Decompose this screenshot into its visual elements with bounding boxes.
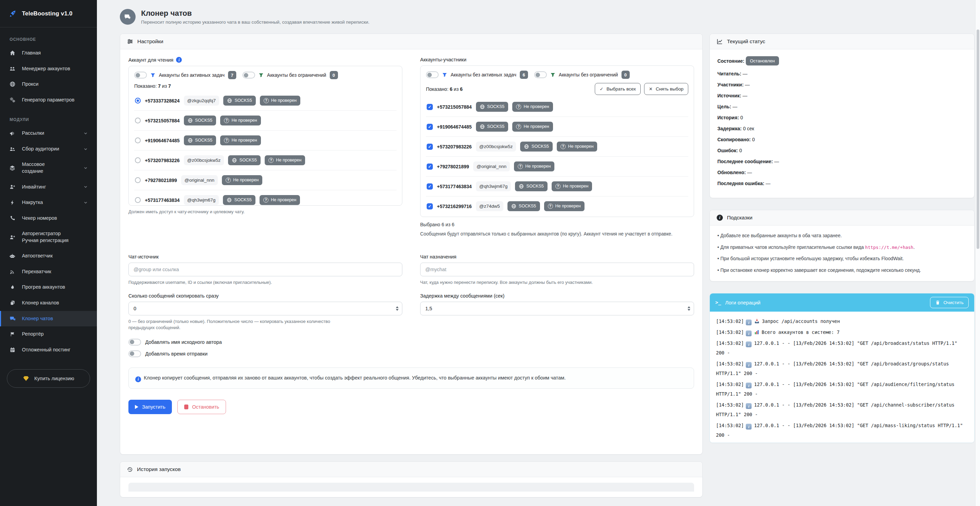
sidebar-item-home[interactable]: Главная bbox=[0, 45, 97, 61]
state-label: Состояние: bbox=[718, 58, 745, 64]
account-row[interactable]: +573207983226 @z00bcsjokw5z SOCKS5 ? bbox=[134, 150, 396, 170]
sidebar-item-account-warming[interactable]: Прогрев аккаунтов bbox=[0, 279, 97, 295]
radio-button[interactable] bbox=[135, 98, 141, 104]
unverified-badge: ? Не проверен bbox=[557, 142, 597, 152]
account-row[interactable]: +919064674485 SOCKS5 ? bbox=[134, 130, 396, 150]
add-time-toggle[interactable] bbox=[129, 350, 141, 357]
filter-no-limits-toggle[interactable] bbox=[534, 71, 547, 78]
account-row[interactable]: +79278021899 @original_nnn SOCKS5 ? bbox=[426, 156, 688, 176]
filter-funnel-green-icon bbox=[259, 73, 264, 78]
chevron-down-icon bbox=[83, 147, 88, 152]
status-rows: Читатель: —Участники: —Источник: —Цель: … bbox=[718, 70, 967, 187]
checkbox-checked[interactable] bbox=[426, 124, 433, 130]
sidebar-item-param-generator[interactable]: Генератор параметров bbox=[0, 92, 97, 108]
unverified-badge: ? Не проверен bbox=[512, 102, 553, 112]
sidebar-item-mass-creation[interactable]: Массовое создание bbox=[0, 156, 97, 179]
delay-input[interactable] bbox=[420, 302, 694, 315]
number-stepper[interactable] bbox=[396, 306, 399, 311]
x-icon: ✕ bbox=[649, 86, 653, 91]
clear-logs-button[interactable]: Очистить bbox=[930, 297, 969, 308]
sidebar-item-autoregistrator[interactable]: АвторегистраторРучная регистрация bbox=[0, 226, 97, 248]
account-row[interactable]: +573207983226 @z00bcsjokw5z SOCKS5 ? bbox=[426, 136, 688, 156]
sidebar-item-channel-cloner[interactable]: Клонер каналов bbox=[0, 295, 97, 311]
history-card: История запусков bbox=[120, 461, 703, 497]
account-row[interactable]: +573337328624 @zkgu2qqfq7 SOCKS5 ? bbox=[134, 91, 396, 110]
socks5-badge: SOCKS5 bbox=[476, 122, 509, 132]
deselect-all-button[interactable]: ✕Снять выбор bbox=[644, 83, 688, 95]
radio-button[interactable] bbox=[135, 118, 141, 123]
start-button[interactable]: Запустить bbox=[129, 400, 172, 414]
sidebar-item-proxy[interactable]: Прокси bbox=[0, 77, 97, 92]
account-row[interactable]: +573177463834 @qh3wjm67g SOCKS5 ? bbox=[426, 176, 688, 196]
filter-no-limits-toggle[interactable] bbox=[242, 72, 255, 78]
sidebar-item-autoresponder[interactable]: Автоответчик bbox=[0, 248, 97, 264]
account-username: @original_nnn bbox=[181, 175, 218, 185]
unverified-badge: ? Не проверен bbox=[514, 161, 554, 171]
radio-button[interactable] bbox=[135, 137, 141, 143]
socks5-badge: SOCKS5 bbox=[515, 181, 547, 191]
participant-rows: +573215057884 SOCKS5 ? bbox=[426, 97, 688, 216]
account-row[interactable]: +573215057884 SOCKS5 ? bbox=[426, 97, 688, 117]
question-icon: ? bbox=[269, 158, 274, 163]
checkbox-checked[interactable] bbox=[426, 144, 433, 150]
sidebar-item-scheduled-posting[interactable]: Отложенный постинг bbox=[0, 342, 97, 358]
rocket-icon bbox=[9, 10, 17, 18]
buy-license-button[interactable]: Купить лицензию bbox=[7, 369, 90, 388]
question-icon: ? bbox=[263, 198, 269, 203]
scrollbar-thumb[interactable] bbox=[977, 29, 979, 249]
sidebar-item-inviting[interactable]: Инвайтинг bbox=[0, 179, 97, 195]
account-row[interactable]: +573215057884 SOCKS5 ? bbox=[134, 110, 396, 130]
flag-icon bbox=[9, 332, 16, 337]
filter-no-tasks-toggle[interactable] bbox=[134, 72, 147, 78]
status-row: Участники: — bbox=[718, 81, 967, 88]
checkbox-checked[interactable] bbox=[426, 184, 433, 190]
radio-button[interactable] bbox=[135, 157, 141, 163]
sidebar-item-account-manager[interactable]: Менеджер аккаунтов bbox=[0, 61, 97, 77]
radio-button[interactable] bbox=[135, 197, 141, 203]
account-row[interactable]: +79278021899 @original_nnn SOCKS5 ? bbox=[134, 170, 396, 190]
status-row: Последнее сообщение: — bbox=[718, 158, 967, 165]
no-tasks-count-badge: 6 bbox=[520, 70, 528, 79]
checkbox-checked[interactable] bbox=[426, 163, 433, 170]
account-phone: +573337328624 bbox=[145, 98, 180, 104]
sidebar-item-interceptor[interactable]: Перехватчик bbox=[0, 264, 97, 280]
checkbox-checked[interactable] bbox=[426, 203, 433, 209]
radio-button[interactable] bbox=[135, 177, 141, 183]
settings-card-header: Настройки bbox=[120, 34, 702, 49]
no-tasks-count-badge: 7 bbox=[228, 71, 236, 79]
stop-button[interactable]: Остановить bbox=[177, 400, 226, 414]
sidebar-item-audience-collection[interactable]: Сбор аудитории bbox=[0, 141, 97, 157]
no-limits-count-badge: 0 bbox=[330, 71, 338, 79]
sidebar-item-broadcasts[interactable]: Рассылки bbox=[0, 126, 97, 141]
number-stepper[interactable] bbox=[687, 306, 690, 311]
phone-icon bbox=[9, 215, 16, 221]
add-author-toggle[interactable] bbox=[129, 339, 141, 346]
log-entry: [14:53:02]i127.0.0.1 - - [13/Feb/2026 14… bbox=[716, 421, 968, 440]
sidebar-item-chat-cloner[interactable]: Клонер чатов bbox=[0, 311, 97, 327]
question-icon: ? bbox=[548, 204, 553, 209]
info-icon[interactable]: i bbox=[176, 57, 182, 63]
logs-output[interactable]: [14:53:02]iЗапрос /api/accounts получен[… bbox=[710, 311, 974, 442]
page-scrollbar[interactable] bbox=[975, 0, 980, 506]
source-chat-input[interactable] bbox=[129, 263, 402, 276]
page-title: Клонер чатов bbox=[141, 9, 369, 18]
delay-label: Задержка между сообщениями (сек) bbox=[420, 293, 694, 298]
account-username: @z74dw5 bbox=[476, 201, 503, 211]
copy-count-input[interactable] bbox=[129, 302, 402, 315]
sidebar-item-boosting[interactable]: Накрутка bbox=[0, 195, 97, 211]
select-all-button[interactable]: ✓Выбрать всех bbox=[595, 83, 641, 95]
filter-no-tasks-toggle[interactable] bbox=[426, 71, 439, 78]
account-row[interactable]: +573177463834 @qh3wjm67g SOCKS5 ? bbox=[134, 190, 396, 206]
target-chat-input[interactable] bbox=[420, 263, 694, 276]
page-subtitle: Переносит полную историю указанного чата… bbox=[141, 19, 369, 25]
checkbox-checked[interactable] bbox=[426, 104, 433, 110]
person-plus-icon bbox=[9, 234, 16, 240]
account-row[interactable]: +919064674485 SOCKS5 ? bbox=[426, 117, 688, 136]
socks5-badge: SOCKS5 bbox=[223, 195, 255, 205]
status-card: Текущий статус Состояние: Остановлен Чит… bbox=[710, 34, 975, 198]
invite-link[interactable]: https://t.me/+hash bbox=[865, 245, 913, 250]
account-row[interactable]: +573216299716 @z74dw5 SOCKS5 ? bbox=[426, 196, 688, 216]
sidebar-item-number-checker[interactable]: Чекер номеров bbox=[0, 211, 97, 226]
status-row: Источник: — bbox=[718, 92, 967, 99]
sidebar-item-reporter[interactable]: Репортёр bbox=[0, 326, 97, 342]
